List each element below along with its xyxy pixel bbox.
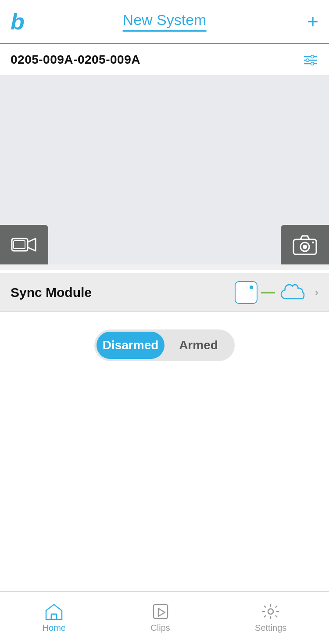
device-row: 0205-009A-0205-009A — [0, 44, 329, 76]
app-header: b New System + — [0, 0, 329, 44]
sync-device-icon — [235, 281, 257, 304]
app-logo: b — [11, 10, 25, 33]
bottom-nav: Home Clips Settings — [0, 591, 329, 644]
svg-point-13 — [303, 245, 307, 249]
nav-settings[interactable]: Settings — [246, 599, 295, 637]
photo-button[interactable] — [281, 225, 329, 264]
settings-nav-label: Settings — [255, 623, 286, 633]
svg-rect-16 — [154, 604, 168, 619]
spacer-1 — [0, 264, 329, 270]
sync-module-row[interactable]: Sync Module › — [0, 273, 329, 312]
sync-connector — [261, 292, 275, 293]
svg-point-5 — [307, 59, 309, 61]
device-id: 0205-009A-0205-009A — [11, 53, 140, 67]
svg-rect-15 — [51, 614, 57, 619]
add-button[interactable]: + — [307, 12, 318, 31]
content-area: Disarmed Armed — [0, 312, 329, 479]
svg-point-2 — [311, 55, 314, 58]
sync-device-dot — [250, 286, 253, 289]
clips-nav-label: Clips — [150, 623, 170, 633]
svg-point-18 — [268, 609, 273, 614]
header-title: New System — [123, 11, 207, 32]
camera-view — [0, 76, 329, 264]
sync-module-label: Sync Module — [11, 285, 92, 300]
nav-clips[interactable]: Clips — [142, 599, 179, 637]
home-nav-label: Home — [43, 623, 66, 633]
svg-rect-14 — [312, 242, 314, 243]
nav-spacer — [0, 479, 329, 532]
svg-rect-10 — [14, 241, 25, 249]
arm-disarm-toggle-container: Disarmed Armed — [0, 312, 329, 383]
record-button[interactable] — [0, 225, 48, 264]
svg-point-8 — [311, 62, 314, 65]
filter-icon[interactable] — [303, 54, 318, 66]
disarmed-option[interactable]: Disarmed — [97, 332, 164, 359]
svg-marker-17 — [158, 608, 165, 616]
chevron-right-icon: › — [315, 286, 318, 299]
armed-option[interactable]: Armed — [164, 332, 232, 359]
nav-home[interactable]: Home — [34, 599, 75, 637]
sync-module-status: › — [235, 281, 318, 304]
arm-disarm-toggle[interactable]: Disarmed Armed — [94, 329, 235, 361]
cloud-icon — [279, 282, 308, 303]
